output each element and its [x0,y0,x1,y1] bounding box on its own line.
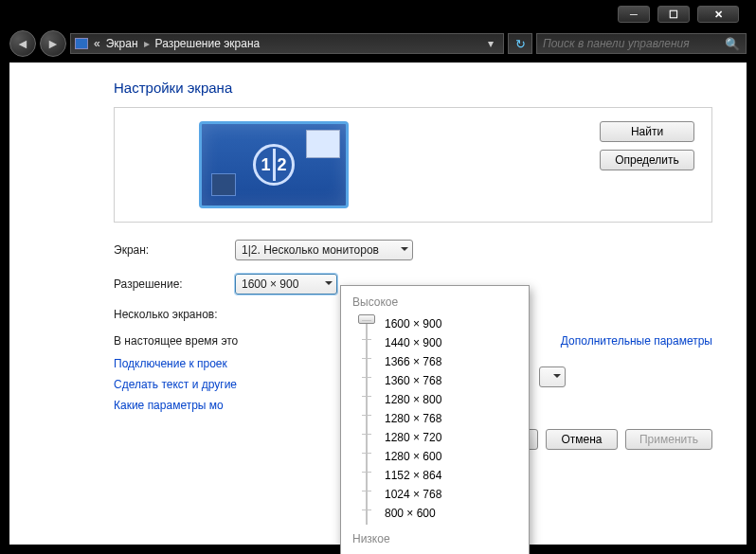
window-frame: ─ ☐ ✕ ◄ ► « Экран ▸ Разрешение экрана ▾ … [0,0,756,554]
refresh-button[interactable]: ↻ [508,33,532,54]
display-select[interactable]: 1|2. Несколько мониторов [235,240,413,260]
search-box[interactable]: 🔍 [536,33,747,54]
breadcrumb-prefix: « [94,37,100,50]
chevron-down-icon [325,281,333,289]
breadcrumb-item-2[interactable]: Разрешение экрана [155,37,261,50]
resolution-slider-thumb[interactable] [358,314,375,324]
resolution-option[interactable]: 1366 × 768 [385,352,521,371]
page-title: Настройки экрана [114,80,712,96]
resolution-select-value: 1600 × 900 [242,277,298,291]
monitor-graphic: 1 2 [199,121,349,208]
resolution-option[interactable]: 1440 × 900 [385,333,521,352]
minimize-button[interactable]: ─ [618,6,650,23]
chevron-down-icon [401,247,408,255]
resolution-option-list: 1600 × 9001440 × 9001366 × 7681360 × 768… [375,314,521,527]
resolution-popup-low-label: Низкое [352,532,521,545]
monitor-icon [75,38,88,49]
multi-display-label: Несколько экранов: [114,308,235,321]
monitor-number-2: 2 [278,155,287,175]
apply-button[interactable]: Применить [625,429,712,450]
resolution-option[interactable]: 1280 × 600 [385,447,521,466]
main-display-text: В настоящее время это [114,334,238,348]
resolution-option[interactable]: 1360 × 768 [385,371,521,390]
navbar: ◄ ► « Экран ▸ Разрешение экрана ▾ ↻ 🔍 [9,28,747,59]
back-button[interactable]: ◄ [9,30,36,57]
monitor-number-1: 1 [261,155,270,175]
multi-display-select-tail[interactable] [539,366,566,387]
titlebar: ─ ☐ ✕ [0,0,756,28]
advanced-settings-link[interactable]: Дополнительные параметры [561,334,712,348]
resolution-option[interactable]: 1152 × 864 [385,466,521,485]
address-bar[interactable]: « Экран ▸ Разрешение экрана ▾ [70,33,504,54]
resolution-option[interactable]: 1600 × 900 [385,314,521,333]
resolution-slider-track[interactable] [358,316,375,525]
display-label: Экран: [114,243,235,257]
cancel-button[interactable]: Отмена [546,429,618,450]
maximize-button[interactable]: ☐ [657,6,690,23]
resolution-option[interactable]: 1280 × 800 [385,390,521,409]
resolution-popup: Высокое 1600 × 9001440 × 9001366 × 76813… [340,285,530,554]
forward-button[interactable]: ► [40,30,66,57]
search-icon[interactable]: 🔍 [725,37,740,51]
resolution-select[interactable]: 1600 × 900 [235,274,337,295]
display-select-value: 1|2. Несколько мониторов [242,243,379,257]
resolution-popup-high-label: Высокое [352,295,521,309]
resolution-option[interactable]: 800 × 600 [385,504,521,523]
detect-button[interactable]: Найти [600,121,694,142]
resolution-label: Разрешение: [114,277,235,291]
resolution-option[interactable]: 1280 × 768 [385,409,521,428]
chevron-down-icon [553,374,561,382]
monitor-preview[interactable]: 1 2 [132,121,416,208]
chevron-right-icon: ▸ [144,37,150,50]
breadcrumb-item-1[interactable]: Экран [106,37,138,50]
resolution-option[interactable]: 1024 × 768 [385,485,521,504]
display-preview-panel: 1 2 Найти Определить [114,107,712,223]
resolution-option[interactable]: 1280 × 720 [385,428,521,447]
identify-button[interactable]: Определить [600,150,694,170]
search-input[interactable] [543,37,725,50]
address-dropdown-icon[interactable]: ▾ [482,37,499,50]
close-button[interactable]: ✕ [697,6,739,23]
